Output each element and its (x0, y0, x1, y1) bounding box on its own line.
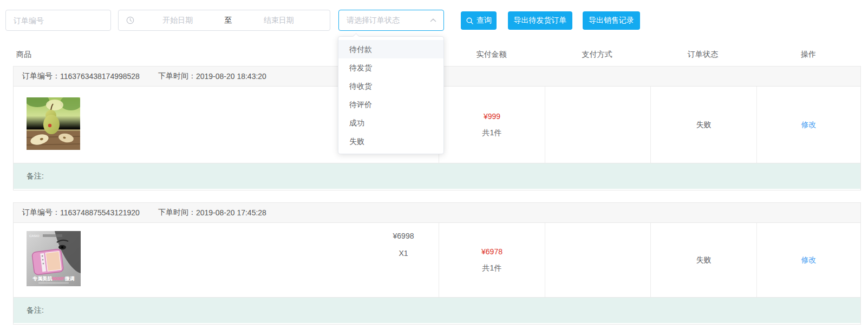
order-time-label: 下单时间： (158, 208, 196, 218)
remark-row: 备注: (14, 297, 860, 323)
action-cell: 修改 (756, 87, 860, 163)
product-image-pear (27, 97, 80, 150)
order-management-page: 开始日期 至 结束日期 请选择订单状态 查询 导出待发货订单 导出销售记录 商品… (0, 0, 868, 336)
order-status-cell: 失败 (650, 87, 756, 163)
column-header-action: 操作 (756, 50, 861, 60)
status-dropdown-popup: 待付款 待发货 待收货 待评价 成功 失败 (338, 36, 444, 154)
order-header: 订单编号：1163748875543121920 下单时间：2019-08-20… (14, 203, 860, 223)
product-image-brand: CASIO (29, 234, 40, 238)
dropdown-option-pending-shipment[interactable]: 待发货 (338, 58, 443, 77)
modify-link[interactable]: 修改 (801, 255, 817, 265)
dropdown-option-success[interactable]: 成功 (338, 114, 443, 132)
dropdown-option-pending-payment[interactable]: 待付款 (338, 40, 443, 58)
column-header-payment-method: 支付方式 (544, 50, 650, 60)
order-number-input[interactable] (5, 10, 111, 31)
clock-icon (126, 16, 134, 24)
export-sales-records-button[interactable]: 导出销售记录 (583, 11, 640, 30)
order-status-value: 失败 (696, 120, 712, 130)
paid-amount-cell: ¥6978 共1件 (439, 223, 545, 297)
search-button-label: 查询 (477, 16, 492, 25)
paid-amount-value: ¥6978 (481, 247, 502, 256)
paid-count: 共1件 (482, 263, 502, 273)
order-status-select[interactable]: 请选择订单状态 (338, 10, 444, 31)
remark-label: 备注: (27, 306, 44, 315)
order-time-value: 2019-08-20 18:43:20 (196, 72, 266, 81)
order-card: 订单编号：1163748875543121920 下单时间：2019-08-20… (13, 202, 861, 325)
payment-method-cell (545, 87, 650, 163)
date-range-picker[interactable]: 开始日期 至 结束日期 (118, 10, 330, 31)
date-separator: 至 (221, 16, 236, 25)
order-number-label: 订单编号： (22, 71, 60, 81)
search-icon (466, 17, 474, 25)
modify-link[interactable]: 修改 (801, 120, 817, 130)
dropdown-option-failed[interactable]: 失败 (338, 132, 443, 150)
order-time-value: 2019-08-20 17:45:28 (196, 208, 266, 217)
remark-label: 备注: (27, 172, 44, 181)
export-sales-records-label: 导出销售记录 (589, 16, 634, 25)
product-image-camera: CASIO 专属美肌9000°微调 (27, 231, 81, 286)
column-header-product: 商品 (16, 50, 31, 60)
order-number-label: 订单编号： (22, 208, 60, 218)
dropdown-arrow (353, 33, 360, 40)
search-button[interactable]: 查询 (461, 11, 497, 30)
end-date-placeholder[interactable]: 结束日期 (236, 16, 323, 25)
dropdown-option-pending-review[interactable]: 待评价 (338, 95, 443, 114)
order-number-value: 1163748875543121920 (60, 208, 140, 217)
paid-amount-cell: ¥999 共1件 (439, 87, 545, 163)
dropdown-option-pending-receipt[interactable]: 待收货 (338, 77, 443, 95)
paid-amount-value: ¥999 (484, 112, 500, 121)
status-select-placeholder: 请选择订单状态 (347, 16, 429, 25)
action-cell: 修改 (756, 223, 860, 297)
column-header-order-status: 订单状态 (650, 50, 756, 60)
remark-row: 备注: (14, 163, 860, 189)
export-pending-orders-label: 导出待发货订单 (514, 16, 567, 25)
payment-method-cell (545, 223, 650, 297)
product-image-caption: 专属美肌9000°微调 (32, 275, 75, 281)
paid-count: 共1件 (482, 128, 502, 138)
order-status-cell: 失败 (650, 223, 756, 297)
export-pending-orders-button[interactable]: 导出待发货订单 (508, 11, 572, 30)
column-header-paid-amount: 实付金额 (439, 50, 544, 60)
start-date-placeholder[interactable]: 开始日期 (134, 16, 221, 25)
chevron-up-icon (429, 17, 437, 23)
order-status-value: 失败 (696, 255, 712, 265)
order-number-value: 1163763438174998528 (60, 72, 140, 81)
order-time-label: 下单时间： (158, 71, 196, 81)
